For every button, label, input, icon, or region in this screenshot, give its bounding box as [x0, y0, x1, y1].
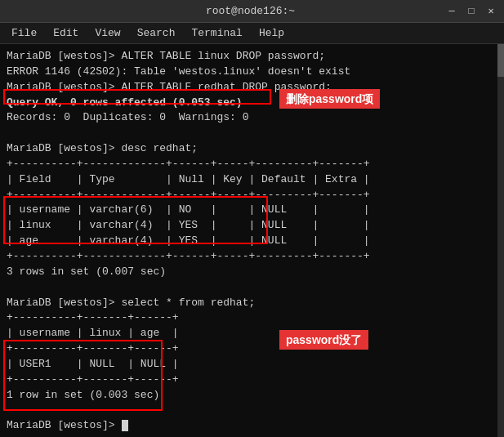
menu-file[interactable]: File — [5, 25, 43, 41]
terminal-line: 3 rows in set (0.007 sec) — [7, 265, 497, 280]
terminal-line: | age | varchar(4) | YES | | NULL | | — [7, 234, 497, 249]
annotation-password-gone: password没了 — [279, 330, 368, 350]
scrollbar[interactable] — [497, 44, 504, 437]
menu-help[interactable]: Help — [252, 25, 291, 41]
terminal-line: MariaDB [westos]> ALTER TABLE linux DROP… — [7, 49, 497, 65]
terminal-line: +----------+-------------+------+-----+-… — [7, 157, 497, 172]
menu-search[interactable]: Search — [131, 25, 182, 41]
terminal-line: | USER1 | NULL | NULL | — [7, 357, 497, 372]
window-title: root@node126:~ — [56, 5, 445, 17]
terminal-line: Query OK, 0 rows affected (0.053 sec) — [7, 96, 497, 111]
menu-terminal[interactable]: Terminal — [185, 25, 248, 41]
menubar: File Edit View Search Terminal Help — [0, 23, 504, 44]
terminal-line: | Field | Type | Null | Key | Default | … — [7, 172, 497, 188]
terminal-line: +----------+-------+------+ — [7, 310, 497, 326]
titlebar: root@node126:~ ─ □ ✕ — [0, 0, 504, 23]
cursor — [122, 420, 128, 431]
maximize-button[interactable]: □ — [465, 5, 478, 18]
terminal-line — [7, 280, 497, 296]
close-button[interactable]: ✕ — [484, 5, 497, 18]
window-controls: ─ □ ✕ — [445, 5, 497, 18]
terminal-line: MariaDB [westos]> desc redhat; — [7, 141, 497, 157]
terminal-line: +----------+-------+------+ — [7, 372, 497, 388]
terminal-line: | username | linux | age | — [7, 326, 497, 341]
terminal-line: ERROR 1146 (42S02): Table 'westos.linux'… — [7, 65, 497, 80]
terminal-line — [7, 126, 497, 141]
terminal-line: +----------+-------------+------+-----+-… — [7, 188, 497, 203]
minimize-button[interactable]: ─ — [445, 5, 458, 18]
menu-edit[interactable]: Edit — [47, 25, 85, 41]
menu-view[interactable]: View — [88, 25, 127, 41]
terminal-line: 1 row in set (0.003 sec) — [7, 388, 497, 404]
terminal-prompt-line: MariaDB [westos]> — [7, 418, 497, 434]
terminal-line: | linux | varchar(4) | YES | | NULL | | — [7, 218, 497, 234]
terminal-line: MariaDB [westos]> select * from redhat; — [7, 296, 497, 311]
terminal-line: MariaDB [westos]> ALTER TABLE redhat DRO… — [7, 80, 497, 96]
terminal-line: +----------+-------------+------+-----+-… — [7, 249, 497, 265]
scrollbar-thumb[interactable] — [497, 44, 504, 77]
terminal-line: | username | varchar(6) | NO | | NULL | … — [7, 203, 497, 218]
terminal[interactable]: MariaDB [westos]> ALTER TABLE linux DROP… — [0, 44, 504, 437]
terminal-line: +----------+-------+------+ — [7, 341, 497, 357]
terminal-line — [7, 403, 497, 418]
terminal-line: Records: 0 Duplicates: 0 Warnings: 0 — [7, 110, 497, 126]
annotation-delete-password: 删除password项 — [279, 89, 380, 109]
